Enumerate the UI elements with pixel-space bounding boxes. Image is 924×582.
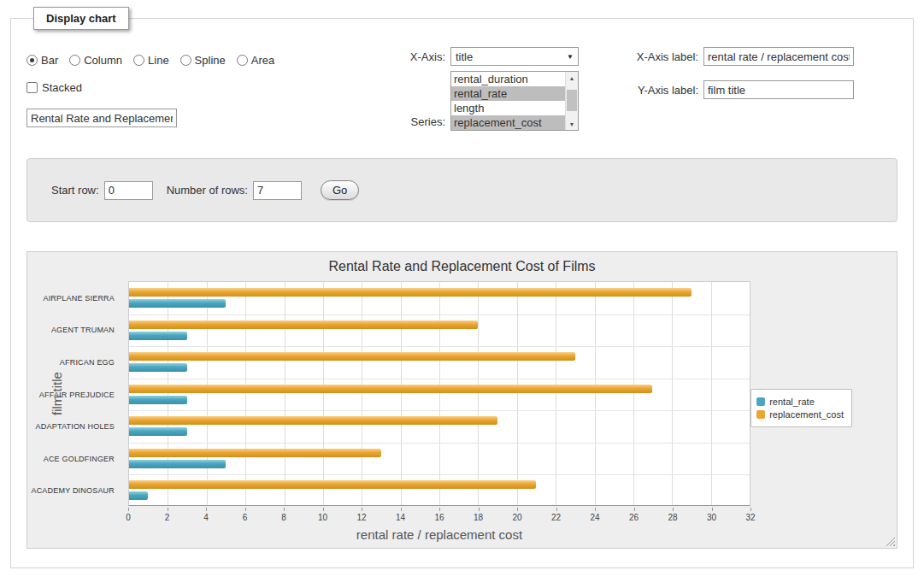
bar-replacement_cost [129,416,497,425]
radio-option-bar[interactable]: Bar [26,54,58,67]
bar-replacement_cost [129,288,692,297]
series-select-label: Series: [401,115,445,128]
x-tick-label: 30 [707,513,716,522]
x-tick-label: 16 [434,513,444,522]
series-option-rental_rate[interactable]: rental_rate [451,86,565,101]
category-label: ADAPTATION HOLES [36,422,115,431]
chart-title-input[interactable] [26,109,177,127]
category-label: AIRPLANE SIERRA [43,294,115,303]
plot-area [128,281,750,506]
scrollbar[interactable]: ▲ ▼ [565,72,578,130]
bar-rental_rate [129,363,187,372]
chart-container: Rental Rate and Replacement Cost of Film… [26,251,898,549]
scrollbar-thumb[interactable] [567,90,577,111]
bar-rental_rate [129,396,187,404]
tick-mark [556,508,557,511]
x-axis-ticks: 02468101214161820222426283032 [128,508,750,525]
go-button[interactable]: Go [321,180,359,200]
radio-option-column[interactable]: Column [69,54,122,67]
tick-mark [673,508,674,511]
radio-label: Spline [195,54,226,67]
bar-replacement_cost [129,449,381,457]
x-tick-label: 6 [243,513,248,522]
legend-swatch-icon [756,410,765,419]
gridline [595,282,596,505]
series-listbox[interactable]: rental_durationrental_ratelengthreplacem… [450,71,579,131]
start-row-label: Start row: [51,184,99,197]
resize-handle-icon[interactable] [886,537,895,546]
tick-mark [245,508,246,511]
legend-swatch-icon [756,397,765,406]
stacked-option[interactable]: Stacked [26,81,401,94]
tick-mark [634,508,635,511]
series-option-replacement_cost[interactable]: replacement_cost [451,115,565,130]
radio-option-area[interactable]: Area [237,54,274,67]
display-chart-fieldset: Display chart BarColumnLineSplineArea St… [10,7,914,568]
radio-label: Bar [41,54,58,67]
x-axis-label-field-label: X-Axis label: [621,50,698,63]
gridline [168,282,168,505]
radio-label: Line [148,54,169,67]
series-option-length[interactable]: length [451,101,565,115]
radio-option-spline[interactable]: Spline [180,54,226,67]
gridline [711,282,712,505]
x-tick-label: 32 [745,513,755,522]
category-label: ACADEMY DINOSAUR [31,486,115,495]
bar-replacement_cost [129,385,652,393]
radio-label: Column [84,54,122,67]
x-tick-label: 26 [629,513,639,522]
tick-mark [168,508,168,511]
radio-icon [133,55,144,66]
legend-label: rental_rate [769,397,815,407]
x-axis-select-label: X-Axis: [401,47,445,66]
tick-mark [517,508,518,511]
number-of-rows-input[interactable] [253,181,302,200]
x-tick-label: 28 [668,513,677,522]
tick-mark [362,508,362,511]
x-axis-select[interactable]: title ▼ [450,47,579,66]
tick-mark [439,508,440,511]
x-tick-label: 8 [281,513,286,522]
gridline [517,282,518,505]
gridline [633,282,634,505]
start-row-input[interactable] [104,181,153,200]
chevron-down-icon: ▼ [567,53,574,61]
tick-mark [401,508,402,511]
x-axis-title: rental rate / replacement cost [128,527,750,542]
fieldset-legend: Display chart [33,7,129,30]
legend-item-replacement_cost[interactable]: replacement_cost [756,409,844,420]
gridline [207,282,208,505]
bar-replacement_cost [129,480,536,489]
radio-icon [237,55,248,66]
scroll-down-icon[interactable]: ▼ [566,118,578,130]
tick-mark [284,508,285,511]
chart-type-radio-group: BarColumnLineSplineArea [26,54,401,67]
radio-label: Area [251,54,274,67]
tick-mark [595,508,596,511]
gridline [401,282,402,505]
x-axis-label-input[interactable] [703,47,854,66]
series-option-rental_duration[interactable]: rental_duration [451,72,565,86]
stacked-checkbox[interactable] [26,82,38,93]
legend-item-rental_rate[interactable]: rental_rate [756,397,844,407]
category-label: AFRICAN EGG [60,358,115,367]
bar-replacement_cost [129,320,478,329]
bar-rental_rate [129,491,148,500]
chart-legend: rental_ratereplacement_cost [750,389,852,427]
chart-title: Rental Rate and Replacement Cost of Film… [27,259,897,274]
chart-controls: BarColumnLineSplineArea Stacked X-Axis: … [26,47,898,136]
gridline [556,282,556,505]
gridline [129,315,750,315]
axis-series-column: X-Axis: title ▼ Series: rental_durationr… [401,47,621,136]
radio-icon [69,55,80,66]
y-axis-label-input[interactable] [703,80,854,99]
tick-mark [750,508,751,511]
bar-rental_rate [129,332,187,340]
radio-option-line[interactable]: Line [133,54,169,67]
x-tick-label: 24 [590,513,599,522]
gridline [129,346,750,347]
scroll-up-icon[interactable]: ▲ [566,72,578,84]
chart-type-column: BarColumnLineSplineArea Stacked [26,47,401,127]
number-of-rows-label: Number of rows: [167,184,248,197]
tick-mark [128,508,129,511]
